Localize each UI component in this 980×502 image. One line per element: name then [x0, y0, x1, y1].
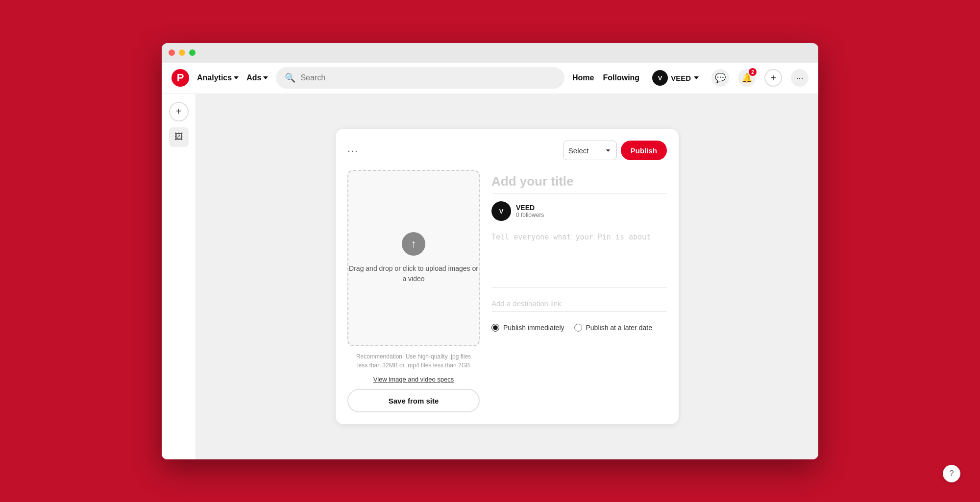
sidebar-image-button[interactable]: 🖼 [169, 127, 189, 147]
header-actions: Select Publish [563, 141, 667, 160]
publish-button[interactable]: Publish [621, 141, 667, 160]
navbar: P Analytics Ads 🔍 Home Following V VEED [162, 63, 818, 94]
form-followers: 0 followers [516, 212, 544, 218]
upload-dropzone[interactable]: ↑ Drag and drop or click to upload image… [347, 170, 480, 346]
minimize-button[interactable] [179, 49, 185, 56]
search-icon: 🔍 [285, 72, 295, 83]
view-specs-link[interactable]: View image and video specs [347, 376, 480, 383]
pin-header: ··· Select Publish [347, 141, 667, 160]
publish-options: Publish immediately Publish at a later d… [491, 324, 667, 332]
user-chevron-icon [694, 76, 699, 79]
pin-creator-panel: ··· Select Publish ↑ [336, 129, 679, 424]
publish-later-radio[interactable] [574, 324, 582, 332]
pinterest-logo[interactable]: P [172, 69, 189, 87]
pin-body: ↑ Drag and drop or click to upload image… [347, 170, 667, 412]
chat-button[interactable]: 💬 [711, 69, 729, 87]
sidebar-add-button[interactable]: + [169, 102, 189, 121]
destination-link-input[interactable] [491, 295, 667, 312]
form-user-initial: V [499, 208, 504, 215]
description-input[interactable] [491, 229, 667, 287]
close-button[interactable] [169, 49, 175, 56]
notification-badge: 2 [749, 68, 757, 76]
sidebar-plus-icon: + [176, 106, 182, 117]
more-icon: ··· [796, 73, 803, 83]
analytics-nav[interactable]: Analytics [197, 73, 239, 82]
publish-later-option[interactable]: Publish at a later date [574, 324, 652, 332]
search-input[interactable] [300, 73, 556, 82]
app-window: P Analytics Ads 🔍 Home Following V VEED [162, 43, 818, 459]
upload-arrow-icon: ↑ [411, 238, 416, 250]
pin-more-options-button[interactable]: ··· [347, 145, 359, 156]
user-initial: V [658, 74, 662, 82]
more-options-button[interactable]: ··· [791, 69, 808, 87]
user-pill[interactable]: V VEED [648, 68, 703, 88]
upload-recommendation: Recommendation: Use high-quality .jpg fi… [347, 352, 480, 370]
logo-letter: P [177, 72, 184, 84]
plus-icon: + [770, 72, 776, 84]
search-bar[interactable]: 🔍 [276, 67, 564, 89]
create-button[interactable]: + [764, 69, 782, 87]
following-nav[interactable]: Following [603, 73, 639, 82]
avatar: V [652, 70, 668, 86]
analytics-chevron-icon [234, 76, 239, 79]
publish-immediately-radio[interactable] [491, 324, 499, 332]
sidebar: + 🖼 [162, 94, 196, 459]
title-bar [162, 43, 818, 63]
ads-chevron-icon [263, 76, 268, 79]
user-name: VEED [671, 74, 691, 82]
publish-immediately-option[interactable]: Publish immediately [491, 324, 564, 332]
notifications-button[interactable]: 🔔 2 [738, 69, 756, 87]
fullscreen-button[interactable] [189, 49, 196, 56]
content-area: ··· Select Publish ↑ [196, 94, 818, 459]
upload-icon-circle: ↑ [402, 232, 425, 256]
user-info: VEED 0 followers [516, 204, 544, 218]
publish-later-label: Publish at a later date [586, 324, 652, 332]
save-from-site-button[interactable]: Save from site [347, 389, 480, 412]
upload-area: ↑ Drag and drop or click to upload image… [347, 170, 480, 412]
board-select[interactable]: Select [563, 141, 617, 160]
title-input[interactable] [491, 170, 667, 193]
pin-form: V VEED 0 followers Publ [491, 170, 667, 412]
ads-nav[interactable]: Ads [246, 73, 268, 82]
form-avatar: V [491, 201, 511, 221]
chat-icon: 💬 [715, 72, 726, 83]
home-nav[interactable]: Home [572, 73, 594, 82]
upload-instructions: Drag and drop or click to upload images … [348, 263, 479, 284]
nav-right: Home Following V VEED 💬 🔔 2 + ··· [572, 68, 808, 88]
analytics-label: Analytics [197, 73, 232, 82]
user-row: V VEED 0 followers [491, 201, 667, 221]
help-button[interactable]: ? [943, 465, 960, 482]
main-area: + 🖼 ··· Select Publish [162, 94, 818, 459]
ads-label: Ads [246, 73, 261, 82]
form-user-name: VEED [516, 204, 544, 212]
publish-immediately-label: Publish immediately [503, 324, 564, 332]
image-icon: 🖼 [174, 132, 183, 142]
